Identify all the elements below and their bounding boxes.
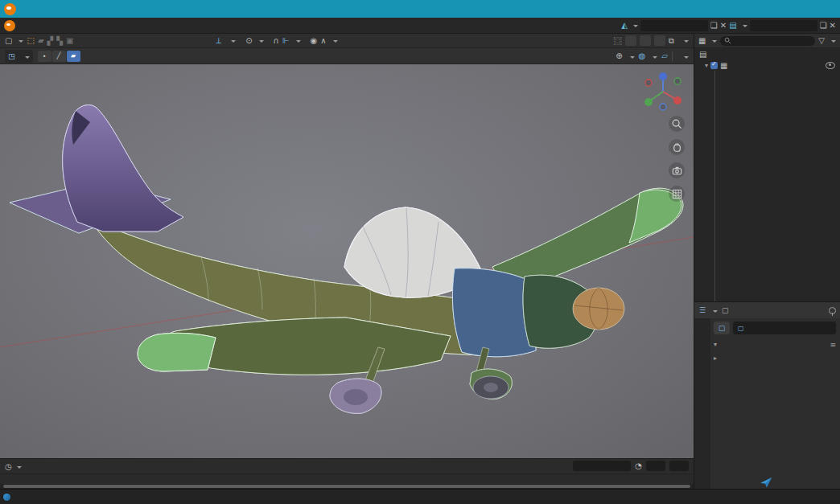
pivot-chevron[interactable] <box>256 36 264 45</box>
pin-icon[interactable] <box>829 307 836 314</box>
outliner-display-chevron[interactable] <box>709 35 717 46</box>
ortho-grid-icon[interactable] <box>669 186 685 202</box>
xray-toggle-icon[interactable]: ▱ <box>661 51 668 60</box>
eye-icon[interactable] <box>826 62 835 69</box>
object-type-button[interactable]: ▢ <box>714 322 730 334</box>
delta-transform-header[interactable]: ▸ <box>714 354 836 362</box>
scene-collection-row[interactable]: ▤ <box>694 48 840 59</box>
delete-view-layer-icon[interactable]: ✕ <box>830 21 836 30</box>
scene-viewlayer-cluster: ◭ ❏ ✕ ▤ ❏ ✕ <box>621 20 840 31</box>
start-frame-field[interactable] <box>646 461 665 471</box>
delete-scene-icon[interactable]: ✕ <box>720 21 727 30</box>
properties-editor-chevron[interactable] <box>710 306 718 315</box>
gizmo-x-axis[interactable] <box>673 96 681 104</box>
mode-dropdown[interactable]: ◳ <box>5 50 33 63</box>
timeline-scroll-thumb[interactable] <box>3 485 690 488</box>
select-mode-subtract-icon[interactable]: ▚ <box>56 36 63 45</box>
select-mode-intersect-icon[interactable]: ▣ <box>66 36 73 45</box>
outliner: ▤ ▾ ▦ <box>694 48 840 301</box>
outliner-display-mode-icon[interactable]: ▦ <box>698 36 706 45</box>
timeline-editor-chevron[interactable] <box>14 462 22 471</box>
current-frame-field[interactable] <box>573 461 631 471</box>
mirror-y-button[interactable] <box>640 35 651 46</box>
expand-arrow-icon: ▸ <box>714 354 717 362</box>
correct-face-icon[interactable]: ⧉ <box>669 36 674 46</box>
airplane-model <box>0 64 694 458</box>
tail-fin[interactable] <box>63 105 183 232</box>
flightsim-favicon-watermark <box>3 494 10 501</box>
outliner-search-input[interactable] <box>720 36 815 46</box>
pan-hand-icon[interactable] <box>669 139 685 155</box>
scene-name-field[interactable] <box>640 20 708 31</box>
properties-editor: ☰ ▢ ▢ ▢ ▾ ≡ <box>694 301 840 489</box>
select-mode-new-icon[interactable]: ▰ <box>38 36 44 45</box>
filter-funnel-icon[interactable]: ▽ <box>818 36 825 45</box>
collection-checkbox[interactable] <box>710 62 718 69</box>
viewport-header-right: ⊕ ◍ ▱ <box>616 51 694 61</box>
object-name-field[interactable]: ▢ <box>733 322 836 334</box>
edge-select-button[interactable]: ╱ <box>52 51 66 62</box>
collapse-arrow-icon: ▾ <box>714 341 717 348</box>
new-view-layer-icon[interactable]: ❏ <box>820 21 827 30</box>
divider <box>672 51 673 61</box>
timeline-menu-cluster: ◷ <box>0 462 23 471</box>
view-layer-icon[interactable]: ▤ <box>729 21 736 30</box>
collection-row[interactable]: ▾ ▦ <box>694 59 840 71</box>
face-select-button[interactable]: ▰ <box>67 51 80 62</box>
navigation-gizmo[interactable] <box>640 69 686 114</box>
snap-chevron[interactable] <box>293 36 301 45</box>
viewport-3d[interactable] <box>0 64 694 458</box>
timeline-ruler[interactable] <box>0 473 694 484</box>
select-mode-extend-icon[interactable]: ▞ <box>47 36 54 45</box>
status-bar <box>0 489 840 504</box>
overlays-icon[interactable]: ◍ <box>639 51 646 60</box>
properties-editor-icon[interactable]: ☰ <box>699 306 706 314</box>
mirror-icon: ⿴ <box>614 35 622 47</box>
falloff-chevron[interactable] <box>330 36 338 45</box>
tweak-cursor-icon[interactable]: ⬚ <box>27 36 34 45</box>
scene-browse-chevron[interactable] <box>630 20 638 31</box>
propeller-spinner[interactable] <box>573 288 624 330</box>
vertex-select-button[interactable]: ∙ <box>38 51 51 62</box>
view-layer-field[interactable] <box>750 20 817 31</box>
overlays-chevron[interactable] <box>649 51 657 61</box>
wingtip-near[interactable] <box>138 333 216 371</box>
filter-chevron[interactable] <box>828 35 836 46</box>
section-menu-icon[interactable]: ≡ <box>830 341 836 349</box>
viewport-nav-buttons <box>669 116 685 202</box>
transform-section-header[interactable]: ▾ ≡ <box>714 338 836 350</box>
tool-settings-bar: ▢ ⬚ ▰ ▞ ▚ ▣ ⟂ ⊙ ∩ ⊩ ◉ ∧ ⿴ ⧉ <box>0 34 694 48</box>
camera-view-icon[interactable] <box>669 162 685 178</box>
gizmo-y-axis[interactable] <box>644 98 653 106</box>
mirror-z-button[interactable] <box>654 35 665 46</box>
orientation-chevron[interactable] <box>228 36 236 45</box>
blender-menu-icon[interactable] <box>4 20 15 31</box>
end-frame-field[interactable] <box>669 461 689 471</box>
gizmo-chevron[interactable] <box>627 51 635 61</box>
timeline-editor-icon[interactable]: ◷ <box>5 462 12 471</box>
new-scene-icon[interactable]: ❏ <box>710 21 718 30</box>
viewport-header: ◳ ∙ ╱ ▰ ⊕ ◍ ▱ <box>0 48 694 64</box>
snap-magnet-icon[interactable]: ∩ <box>274 36 279 45</box>
edit-mode-icon: ◳ <box>8 52 15 60</box>
mode-chevron <box>22 51 30 61</box>
zoom-icon[interactable] <box>669 116 685 132</box>
proportional-editing-icon[interactable]: ◉ <box>311 36 318 45</box>
show-gizmo-icon[interactable]: ⊕ <box>616 51 622 60</box>
options-chevron[interactable] <box>681 36 689 45</box>
active-tool-chevron[interactable] <box>15 36 23 45</box>
scene-icon[interactable]: ◭ <box>621 21 628 30</box>
auto-keying-stopwatch-icon[interactable]: ◔ <box>635 461 642 470</box>
properties-breadcrumb: ☰ ▢ <box>694 302 840 318</box>
collection-icon: ▦ <box>720 61 727 70</box>
snap-target-icon[interactable]: ⊩ <box>282 36 290 45</box>
expand-arrow-icon[interactable]: ▾ <box>705 62 708 69</box>
shading-chevron[interactable] <box>681 51 689 61</box>
blender-logo-icon <box>4 3 16 15</box>
mirror-x-button[interactable] <box>625 35 636 46</box>
gizmo-z-axis[interactable] <box>659 72 667 80</box>
falloff-icon[interactable]: ∧ <box>320 36 326 45</box>
active-tool-icon[interactable]: ▢ <box>5 36 12 45</box>
pivot-point-icon[interactable]: ⊙ <box>245 36 252 45</box>
view-layer-chevron[interactable] <box>739 20 747 31</box>
